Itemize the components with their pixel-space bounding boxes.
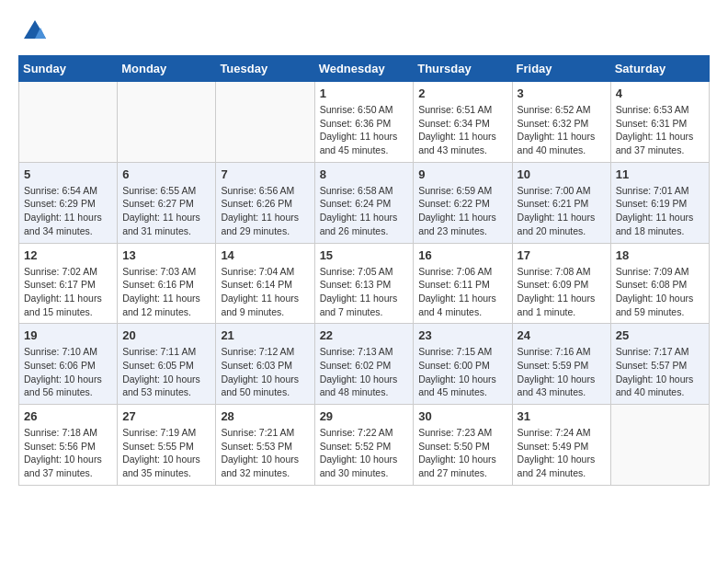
calendar-cell: 13Sunrise: 7:03 AMSunset: 6:16 PMDayligh… [118,243,216,324]
calendar-week-row: 12Sunrise: 7:02 AMSunset: 6:17 PMDayligh… [19,243,710,324]
day-number: 13 [122,248,210,262]
day-info: Sunrise: 7:17 AMSunset: 5:57 PMDaylight:… [616,345,704,399]
day-number: 27 [122,409,210,423]
day-info: Sunrise: 6:56 AMSunset: 6:26 PMDaylight:… [221,184,309,238]
calendar-cell: 17Sunrise: 7:08 AMSunset: 6:09 PMDayligh… [512,243,610,324]
day-number: 20 [122,328,210,342]
day-info: Sunrise: 7:23 AMSunset: 5:50 PMDaylight:… [418,426,506,480]
calendar-cell: 6Sunrise: 6:55 AMSunset: 6:27 PMDaylight… [118,162,216,243]
day-number: 26 [24,409,112,423]
calendar-cell: 22Sunrise: 7:13 AMSunset: 6:02 PMDayligh… [314,324,414,405]
day-number: 12 [24,248,112,262]
day-info: Sunrise: 7:10 AMSunset: 6:06 PMDaylight:… [24,345,112,399]
day-number: 8 [320,167,409,181]
calendar-cell: 20Sunrise: 7:11 AMSunset: 6:05 PMDayligh… [118,324,216,405]
page-header [18,18,710,40]
calendar-cell [610,405,709,486]
calendar-cell: 19Sunrise: 7:10 AMSunset: 6:06 PMDayligh… [19,324,118,405]
calendar-cell: 21Sunrise: 7:12 AMSunset: 6:03 PMDayligh… [216,324,314,405]
calendar-week-row: 19Sunrise: 7:10 AMSunset: 6:06 PMDayligh… [19,324,710,405]
calendar-week-row: 5Sunrise: 6:54 AMSunset: 6:29 PMDaylight… [19,162,710,243]
calendar-cell: 16Sunrise: 7:06 AMSunset: 6:11 PMDayligh… [414,243,512,324]
day-info: Sunrise: 7:22 AMSunset: 5:52 PMDaylight:… [320,426,409,480]
calendar-cell [216,82,314,163]
day-info: Sunrise: 7:18 AMSunset: 5:56 PMDaylight:… [24,426,112,480]
calendar-cell: 31Sunrise: 7:24 AMSunset: 5:49 PMDayligh… [512,405,610,486]
logo-icon [22,18,48,44]
day-number: 19 [24,328,112,342]
day-info: Sunrise: 7:01 AMSunset: 6:19 PMDaylight:… [616,184,704,238]
day-info: Sunrise: 6:55 AMSunset: 6:27 PMDaylight:… [122,184,210,238]
calendar-cell: 18Sunrise: 7:09 AMSunset: 6:08 PMDayligh… [610,243,709,324]
calendar-cell: 1Sunrise: 6:50 AMSunset: 6:36 PMDaylight… [314,82,414,163]
day-info: Sunrise: 7:04 AMSunset: 6:14 PMDaylight:… [221,265,309,319]
calendar-cell: 3Sunrise: 6:52 AMSunset: 6:32 PMDaylight… [512,82,610,163]
day-number: 7 [221,167,309,181]
day-number: 18 [616,248,704,262]
day-info: Sunrise: 6:54 AMSunset: 6:29 PMDaylight:… [24,184,112,238]
day-info: Sunrise: 7:24 AMSunset: 5:49 PMDaylight:… [518,426,606,480]
calendar-cell: 24Sunrise: 7:16 AMSunset: 5:59 PMDayligh… [512,324,610,405]
calendar-cell: 5Sunrise: 6:54 AMSunset: 6:29 PMDaylight… [19,162,118,243]
calendar-cell: 9Sunrise: 6:59 AMSunset: 6:22 PMDaylight… [414,162,512,243]
day-number: 15 [320,248,409,262]
calendar-cell: 28Sunrise: 7:21 AMSunset: 5:53 PMDayligh… [216,405,314,486]
calendar-cell [19,82,118,163]
day-number: 14 [221,248,309,262]
day-number: 11 [616,167,704,181]
day-info: Sunrise: 7:12 AMSunset: 6:03 PMDaylight:… [221,345,309,399]
day-number: 21 [221,328,309,342]
day-number: 29 [320,409,409,423]
calendar-cell: 15Sunrise: 7:05 AMSunset: 6:13 PMDayligh… [314,243,414,324]
day-info: Sunrise: 7:15 AMSunset: 6:00 PMDaylight:… [418,345,506,399]
day-info: Sunrise: 7:02 AMSunset: 6:17 PMDaylight:… [24,265,112,319]
day-info: Sunrise: 6:51 AMSunset: 6:34 PMDaylight:… [418,103,506,157]
day-info: Sunrise: 7:19 AMSunset: 5:55 PMDaylight:… [122,426,210,480]
calendar-week-row: 1Sunrise: 6:50 AMSunset: 6:36 PMDaylight… [19,82,710,163]
calendar-cell: 25Sunrise: 7:17 AMSunset: 5:57 PMDayligh… [610,324,709,405]
calendar-cell [118,82,216,163]
calendar-cell: 4Sunrise: 6:53 AMSunset: 6:31 PMDaylight… [610,82,709,163]
day-info: Sunrise: 6:52 AMSunset: 6:32 PMDaylight:… [518,103,606,157]
calendar-cell: 29Sunrise: 7:22 AMSunset: 5:52 PMDayligh… [314,405,414,486]
day-number: 30 [418,409,506,423]
day-info: Sunrise: 7:05 AMSunset: 6:13 PMDaylight:… [320,265,409,319]
day-info: Sunrise: 6:50 AMSunset: 6:36 PMDaylight:… [320,103,409,157]
calendar-cell: 10Sunrise: 7:00 AMSunset: 6:21 PMDayligh… [512,162,610,243]
day-number: 1 [320,86,409,100]
calendar-header-sunday: Sunday [19,56,118,82]
calendar-cell: 11Sunrise: 7:01 AMSunset: 6:19 PMDayligh… [610,162,709,243]
calendar-header-thursday: Thursday [414,56,512,82]
logo [18,18,48,40]
day-number: 10 [518,167,606,181]
day-info: Sunrise: 7:21 AMSunset: 5:53 PMDaylight:… [221,426,309,480]
day-info: Sunrise: 6:53 AMSunset: 6:31 PMDaylight:… [616,103,704,157]
calendar-table: SundayMondayTuesdayWednesdayThursdayFrid… [18,55,710,486]
day-number: 24 [518,328,606,342]
day-number: 22 [320,328,409,342]
calendar-cell: 27Sunrise: 7:19 AMSunset: 5:55 PMDayligh… [118,405,216,486]
day-number: 3 [518,86,606,100]
day-number: 6 [122,167,210,181]
day-number: 25 [616,328,704,342]
calendar-cell: 23Sunrise: 7:15 AMSunset: 6:00 PMDayligh… [414,324,512,405]
day-number: 4 [616,86,704,100]
day-info: Sunrise: 7:13 AMSunset: 6:02 PMDaylight:… [320,345,409,399]
day-number: 16 [418,248,506,262]
calendar-week-row: 26Sunrise: 7:18 AMSunset: 5:56 PMDayligh… [19,405,710,486]
day-info: Sunrise: 7:03 AMSunset: 6:16 PMDaylight:… [122,265,210,319]
day-number: 9 [418,167,506,181]
day-number: 28 [221,409,309,423]
calendar-cell: 7Sunrise: 6:56 AMSunset: 6:26 PMDaylight… [216,162,314,243]
day-number: 17 [518,248,606,262]
day-info: Sunrise: 7:09 AMSunset: 6:08 PMDaylight:… [616,265,704,319]
calendar-cell: 2Sunrise: 6:51 AMSunset: 6:34 PMDaylight… [414,82,512,163]
calendar-cell: 14Sunrise: 7:04 AMSunset: 6:14 PMDayligh… [216,243,314,324]
day-info: Sunrise: 7:16 AMSunset: 5:59 PMDaylight:… [518,345,606,399]
day-info: Sunrise: 7:11 AMSunset: 6:05 PMDaylight:… [122,345,210,399]
day-info: Sunrise: 7:08 AMSunset: 6:09 PMDaylight:… [518,265,606,319]
calendar-cell: 26Sunrise: 7:18 AMSunset: 5:56 PMDayligh… [19,405,118,486]
calendar-cell: 12Sunrise: 7:02 AMSunset: 6:17 PMDayligh… [19,243,118,324]
calendar-header-row: SundayMondayTuesdayWednesdayThursdayFrid… [19,56,710,82]
calendar-cell: 30Sunrise: 7:23 AMSunset: 5:50 PMDayligh… [414,405,512,486]
